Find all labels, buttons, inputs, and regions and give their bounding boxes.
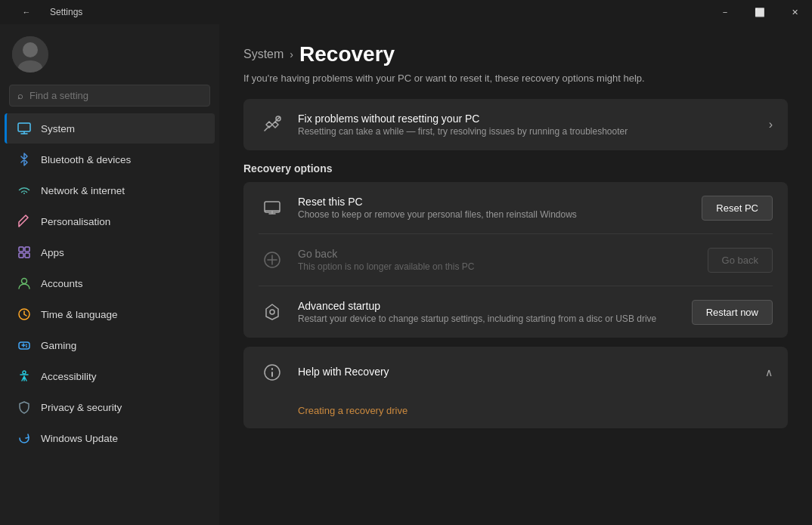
- sidebar: ⌕ System Bluetooth & devices Network & i…: [0, 24, 219, 525]
- avatar-image: [12, 36, 48, 73]
- nav-label-personalisation: Personalisation: [41, 216, 110, 227]
- breadcrumb: System › Recovery: [243, 42, 788, 66]
- fix-problems-row[interactable]: Fix problems without resetting your PC R…: [243, 99, 788, 150]
- sidebar-item-update[interactable]: Windows Update: [5, 423, 215, 453]
- fix-problems-text: Fix problems without resetting your PC R…: [298, 113, 757, 137]
- nav-icon-bluetooth: [17, 152, 32, 167]
- sidebar-profile: [0, 24, 219, 82]
- svg-rect-3: [18, 123, 30, 131]
- svg-rect-6: [19, 253, 23, 258]
- option-text-advanced: Advanced startup Restart your device to …: [298, 300, 680, 324]
- svg-point-1: [23, 42, 38, 57]
- recovery-options-label: Recovery options: [243, 162, 788, 174]
- nav-icon-system: [17, 121, 32, 136]
- search-icon: ⌕: [17, 90, 23, 101]
- option-row-advanced: Advanced startup Restart your device to …: [243, 286, 788, 338]
- avatar: [12, 36, 48, 73]
- nav-label-gaming: Gaming: [41, 340, 76, 351]
- option-btn-advanced[interactable]: Restart now: [692, 300, 773, 325]
- nav-label-time: Time & language: [41, 309, 118, 320]
- option-row-goback: Go back This option is no longer availab…: [243, 234, 788, 286]
- recovery-options-section: Recovery options Reset this PC Choose to…: [243, 162, 788, 338]
- breadcrumb-parent[interactable]: System: [243, 48, 284, 61]
- window-controls: − ⬜ ✕: [708, 0, 812, 24]
- svg-point-17: [270, 310, 274, 314]
- svg-rect-7: [25, 253, 29, 258]
- option-title-advanced: Advanced startup: [298, 300, 680, 312]
- option-desc-goback: This option is no longer available on th…: [298, 261, 696, 272]
- option-icon-goback: [259, 246, 286, 273]
- fix-problems-card[interactable]: Fix problems without resetting your PC R…: [243, 99, 788, 150]
- app-body: ⌕ System Bluetooth & devices Network & i…: [0, 24, 812, 525]
- fix-problems-icon: [259, 111, 286, 138]
- help-title: Help with Recovery: [298, 366, 389, 378]
- nav-icon-apps: [17, 245, 32, 260]
- option-icon-advanced: [259, 298, 286, 326]
- nav-icon-time: [17, 307, 32, 322]
- help-icon: [259, 359, 286, 386]
- nav-icon-privacy: [17, 400, 32, 415]
- nav-label-network: Network & internet: [41, 185, 125, 196]
- close-button[interactable]: ✕: [777, 0, 812, 24]
- recovery-drive-link[interactable]: Creating a recovery drive: [298, 405, 408, 416]
- option-title-reset: Reset this PC: [298, 196, 690, 208]
- svg-rect-4: [19, 247, 23, 252]
- option-text-reset: Reset this PC Choose to keep or remove y…: [298, 196, 690, 220]
- sidebar-item-privacy[interactable]: Privacy & security: [5, 392, 215, 422]
- nav-label-bluetooth: Bluetooth & devices: [41, 154, 131, 165]
- fix-problems-chevron: ›: [769, 118, 773, 131]
- nav-label-accessibility: Accessibility: [41, 371, 97, 382]
- svg-point-13: [23, 371, 26, 374]
- svg-point-8: [22, 279, 27, 284]
- sidebar-item-gaming[interactable]: Gaming: [5, 330, 215, 360]
- option-title-goback: Go back: [298, 248, 696, 260]
- option-row-reset: Reset this PC Choose to keep or remove y…: [243, 182, 788, 233]
- nav-label-privacy: Privacy & security: [41, 402, 122, 413]
- svg-point-11: [26, 344, 27, 346]
- content-area: System › Recovery If you're having probl…: [219, 24, 812, 525]
- nav-icon-personalisation: [17, 214, 32, 229]
- nav-list: System Bluetooth & devices Network & int…: [0, 113, 219, 454]
- option-btn-goback: Go back: [708, 248, 773, 273]
- page-description: If you're having problems with your PC o…: [243, 73, 788, 84]
- sidebar-item-accessibility[interactable]: Accessibility: [5, 361, 215, 391]
- nav-label-update: Windows Update: [41, 433, 118, 444]
- sidebar-item-system[interactable]: System: [5, 113, 215, 144]
- sidebar-item-apps[interactable]: Apps: [5, 237, 215, 267]
- nav-icon-gaming: [17, 338, 32, 353]
- search-input[interactable]: [29, 90, 202, 101]
- search-bar[interactable]: ⌕: [9, 85, 210, 107]
- titlebar: ← Settings − ⬜ ✕: [0, 0, 812, 24]
- sidebar-item-network[interactable]: Network & internet: [5, 175, 215, 205]
- sidebar-item-personalisation[interactable]: Personalisation: [5, 206, 215, 236]
- maximize-button[interactable]: ⬜: [742, 0, 777, 24]
- back-button[interactable]: ←: [9, 0, 44, 24]
- nav-label-system: System: [41, 123, 75, 134]
- breadcrumb-current: Recovery: [299, 42, 395, 66]
- sidebar-item-bluetooth[interactable]: Bluetooth & devices: [5, 144, 215, 174]
- option-desc-reset: Choose to keep or remove your personal f…: [298, 209, 690, 220]
- option-icon-reset: [259, 194, 286, 221]
- collapse-icon[interactable]: ∧: [765, 366, 773, 378]
- help-card: Help with Recovery ∧ Creating a recovery…: [243, 347, 788, 428]
- option-text-goback: Go back This option is no longer availab…: [298, 248, 696, 272]
- breadcrumb-arrow: ›: [290, 48, 293, 60]
- help-body: Creating a recovery drive: [243, 398, 788, 428]
- recovery-options-card: Reset this PC Choose to keep or remove y…: [243, 182, 788, 338]
- nav-icon-accounts: [17, 276, 32, 291]
- fix-problems-title: Fix problems without resetting your PC: [298, 113, 757, 125]
- option-btn-reset[interactable]: Reset PC: [702, 196, 773, 221]
- sidebar-item-time[interactable]: Time & language: [5, 299, 215, 329]
- nav-icon-network: [17, 183, 32, 198]
- svg-rect-5: [25, 247, 29, 252]
- nav-label-accounts: Accounts: [41, 278, 83, 289]
- sidebar-item-accounts[interactable]: Accounts: [5, 268, 215, 298]
- minimize-button[interactable]: −: [708, 0, 742, 24]
- help-header[interactable]: Help with Recovery ∧: [243, 347, 788, 398]
- nav-label-apps: Apps: [41, 247, 64, 258]
- nav-icon-accessibility: [17, 369, 32, 384]
- app-title: Settings: [50, 7, 82, 17]
- nav-icon-update: [17, 431, 32, 446]
- option-desc-advanced: Restart your device to change startup se…: [298, 313, 680, 324]
- fix-problems-desc: Resetting can take a while — first, try …: [298, 126, 757, 137]
